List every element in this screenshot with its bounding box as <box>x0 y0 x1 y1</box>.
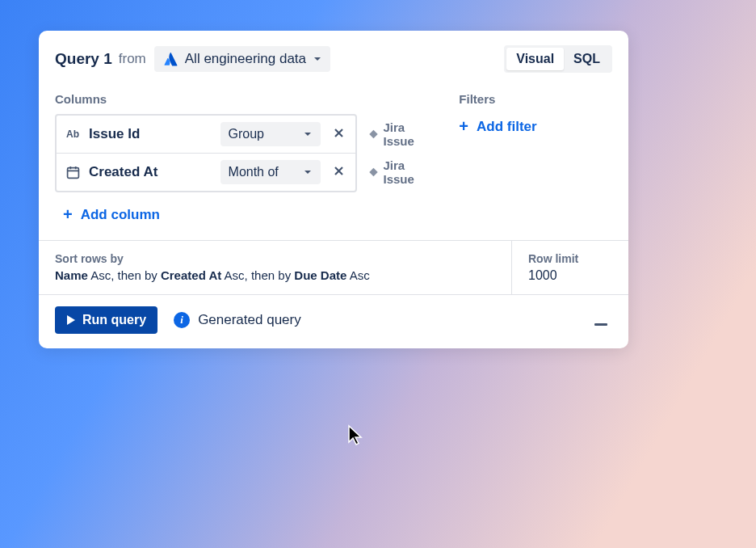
columns-list: Ab Issue Id Group <box>55 114 357 192</box>
column-source-label: Jira Issue <box>368 120 435 148</box>
chevron-down-icon <box>303 129 313 139</box>
cursor-icon <box>347 424 365 447</box>
row-limit-label: Row limit <box>528 252 612 265</box>
plus-icon: + <box>459 117 468 136</box>
aggregation-selector[interactable]: Group <box>220 122 321 146</box>
from-label: from <box>119 51 146 67</box>
aggregation-selector[interactable]: Month of <box>220 160 321 184</box>
columns-label: Columns <box>55 92 435 106</box>
query-builder-card: Query 1 from All engineering data Visual… <box>39 31 628 348</box>
filters-section: Filters + Add filter <box>459 92 612 240</box>
aggregation-value: Month of <box>229 165 279 179</box>
plus-icon: + <box>63 205 73 224</box>
column-source-text: Jira Issue <box>383 120 435 148</box>
visual-mode-button[interactable]: Visual <box>506 48 564 70</box>
close-icon <box>334 166 344 176</box>
column-name: Created At <box>89 164 220 180</box>
column-source-text: Jira Issue <box>383 158 435 186</box>
diamond-icon <box>368 167 379 178</box>
run-query-label: Run query <box>82 313 146 327</box>
filters-label: Filters <box>459 92 612 106</box>
add-filter-label: Add filter <box>477 119 537 135</box>
sort-limit-row: Sort rows by Name Asc, then by Created A… <box>39 240 628 294</box>
run-query-button[interactable]: Run query <box>55 306 158 334</box>
collapse-button[interactable] <box>590 309 612 331</box>
minus-icon <box>594 323 607 327</box>
column-row[interactable]: Created At Month of <box>57 154 355 191</box>
add-filter-button[interactable]: + Add filter <box>459 117 536 136</box>
diamond-icon <box>368 129 379 140</box>
generated-query-label: Generated query <box>198 312 301 328</box>
sort-value: Name Asc, then by Created At Asc, then b… <box>55 268 495 282</box>
data-source-name: All engineering data <box>185 51 306 67</box>
play-icon <box>66 314 76 326</box>
row-limit-value: 1000 <box>528 268 612 283</box>
row-limit-section[interactable]: Row limit 1000 <box>512 241 628 294</box>
remove-column-button[interactable] <box>330 127 347 141</box>
data-source-selector[interactable]: All engineering data <box>154 46 330 72</box>
svg-rect-5 <box>369 168 377 176</box>
info-icon: i <box>174 312 190 328</box>
generated-query-toggle[interactable]: i Generated query <box>174 312 301 328</box>
sort-label: Sort rows by <box>55 252 495 265</box>
add-column-label: Add column <box>81 207 160 223</box>
close-icon <box>334 128 344 138</box>
svg-rect-0 <box>67 167 78 178</box>
svg-rect-4 <box>369 130 377 138</box>
aggregation-value: Group <box>229 127 264 141</box>
date-type-icon <box>65 164 81 180</box>
sql-mode-button[interactable]: SQL <box>564 48 610 70</box>
columns-section: Columns Ab Issue Id Group <box>55 92 435 240</box>
query-footer: Run query i Generated query <box>39 294 628 348</box>
query-content: Columns Ab Issue Id Group <box>39 84 628 240</box>
remove-column-button[interactable] <box>330 165 347 179</box>
chevron-down-icon <box>303 167 313 177</box>
text-type-icon: Ab <box>65 126 81 142</box>
chevron-down-icon <box>313 54 322 64</box>
query-title: Query 1 <box>55 50 112 68</box>
sort-section[interactable]: Sort rows by Name Asc, then by Created A… <box>39 241 512 294</box>
atlassian-logo-icon <box>162 51 178 67</box>
svg-rect-6 <box>594 323 607 326</box>
column-name: Issue Id <box>89 126 220 142</box>
view-mode-toggle: Visual SQL <box>504 45 612 73</box>
column-source-label: Jira Issue <box>368 158 435 186</box>
add-column-button[interactable]: + Add column <box>63 205 160 224</box>
column-row[interactable]: Ab Issue Id Group <box>57 116 355 154</box>
query-header: Query 1 from All engineering data Visual… <box>39 31 628 84</box>
